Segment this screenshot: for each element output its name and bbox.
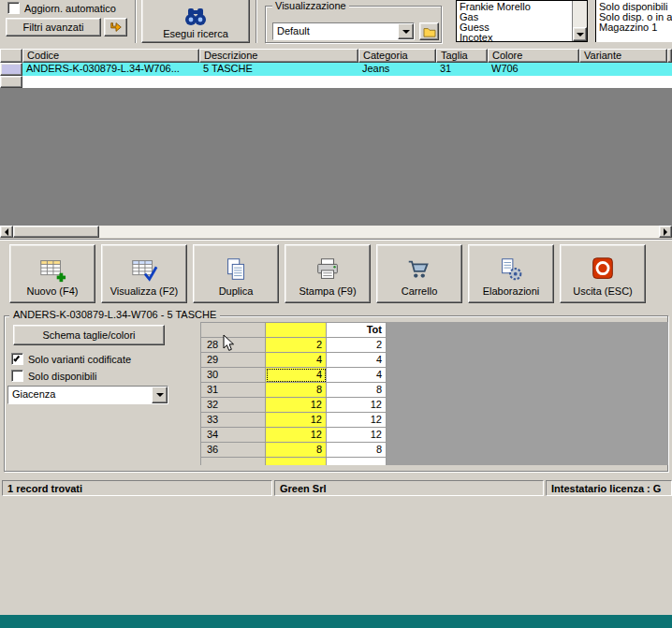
- size-row-header[interactable]: [201, 458, 266, 465]
- column-header-categoria[interactable]: Categoria: [358, 49, 436, 63]
- empty-row[interactable]: [22, 76, 672, 88]
- exit-button-label: Uscita (ESC): [573, 286, 633, 297]
- schema-button-label: Schema taglie/colori: [42, 329, 135, 341]
- scroll-down-button[interactable]: [573, 27, 587, 41]
- qty-cell[interactable]: 8: [266, 443, 327, 458]
- run-search-button[interactable]: Esegui ricerca: [141, 0, 250, 43]
- print-button[interactable]: Stampa (F9): [285, 244, 371, 303]
- grid-row: 29 4 4: [201, 353, 387, 368]
- result-row-selected[interactable]: ANDERS-K-030879-L.34-W706... 5 TASCHE Je…: [22, 63, 672, 76]
- grid-row: 33 12 12: [201, 413, 387, 428]
- list-item-brand[interactable]: Gas: [457, 12, 572, 22]
- list-item-option[interactable]: Solo disp. o in a: [596, 12, 672, 22]
- column-header-colore[interactable]: Colore: [488, 49, 579, 63]
- visualization-group-label: Visualizzazione: [272, 0, 349, 11]
- cell-taglia[interactable]: 31: [436, 63, 488, 76]
- only-coded-variants-checkbox[interactable]: Solo varianti codificate: [11, 353, 131, 365]
- tot-cell[interactable]: 8: [327, 443, 387, 458]
- scroll-left-button[interactable]: [0, 226, 13, 238]
- cell-categoria[interactable]: Jeans: [358, 63, 436, 76]
- apply-filter-button[interactable]: [104, 18, 127, 37]
- qty-cell[interactable]: 8: [266, 383, 327, 398]
- grid-row: 34 12 12: [201, 428, 387, 443]
- only-available-checkbox[interactable]: Solo disponibili: [11, 370, 96, 382]
- view-button[interactable]: Visualizza (F2): [101, 244, 187, 303]
- tot-cell[interactable]: 2: [327, 338, 387, 353]
- open-view-button[interactable]: [419, 22, 439, 40]
- list-item-option[interactable]: Magazzino 1: [596, 22, 672, 33]
- dropdown-arrow-button[interactable]: [398, 23, 414, 39]
- visualization-value: Default: [273, 23, 398, 39]
- advanced-filters-button[interactable]: Filtri avanzati: [6, 18, 101, 37]
- size-row-header[interactable]: 33: [201, 413, 266, 428]
- new-button[interactable]: Nuovo (F4): [9, 244, 95, 303]
- horizontal-scrollbar[interactable]: [0, 226, 672, 238]
- dropdown-arrow-button[interactable]: [152, 387, 168, 403]
- exit-button[interactable]: Uscita (ESC): [560, 244, 646, 303]
- orange-arrow-icon: [110, 21, 123, 34]
- chevron-left-icon: [5, 228, 8, 236]
- checkbox-box[interactable]: [11, 353, 23, 365]
- tot-cell[interactable]: 4: [327, 353, 387, 368]
- duplicate-button-label: Duplica: [219, 286, 254, 297]
- tot-cell[interactable]: [327, 458, 387, 465]
- qty-cell[interactable]: 2: [266, 338, 327, 353]
- cart-button[interactable]: Carrello: [376, 244, 462, 303]
- brand-list-scrollbar[interactable]: [572, 1, 587, 41]
- new-button-label: Nuovo (F4): [26, 286, 78, 297]
- tot-cell[interactable]: 12: [327, 413, 387, 428]
- column-header-codice[interactable]: Codice: [22, 49, 199, 63]
- scrollbar-thumb[interactable]: [13, 226, 99, 238]
- checkbox-box[interactable]: [11, 370, 23, 382]
- size-row-header[interactable]: 36: [201, 443, 266, 458]
- size-row-header[interactable]: 29: [201, 353, 266, 368]
- row-selector-cell[interactable]: [0, 63, 22, 76]
- stock-mode-select[interactable]: Giacenza: [7, 386, 168, 404]
- qty-cell[interactable]: 12: [266, 428, 327, 443]
- processing-button[interactable]: Elaborazioni: [468, 244, 554, 303]
- qty-cell[interactable]: 12: [266, 413, 327, 428]
- qty-cell[interactable]: 4: [266, 353, 327, 368]
- scroll-right-button[interactable]: [659, 226, 672, 238]
- stock-mode-value: Giacenza: [8, 387, 152, 403]
- brand-list[interactable]: Frankie Morello Gas Guess Incotex: [456, 0, 588, 42]
- auto-update-checkbox[interactable]: Aggiorn. automatico: [7, 2, 116, 14]
- visualization-select[interactable]: Default: [272, 22, 415, 40]
- exit-icon: [588, 256, 618, 284]
- cell-codice[interactable]: ANDERS-K-030879-L.34-W706...: [22, 63, 199, 76]
- list-item-brand[interactable]: Frankie Morello: [457, 2, 572, 12]
- qty-cell[interactable]: [266, 458, 327, 465]
- cell-variante[interactable]: [579, 63, 667, 76]
- gear-doc-icon: [496, 256, 526, 284]
- column-header-descrizione[interactable]: Descrizione: [199, 49, 358, 63]
- list-item-brand[interactable]: Guess: [457, 22, 572, 33]
- qty-cell-selected[interactable]: 4: [266, 368, 327, 383]
- duplicate-button[interactable]: Duplica: [193, 244, 279, 303]
- view-button-label: Visualizza (F2): [110, 286, 179, 297]
- cell-colore[interactable]: W706: [488, 63, 579, 76]
- schema-button[interactable]: Schema taglie/colori: [13, 325, 165, 345]
- qty-cell[interactable]: 12: [266, 398, 327, 413]
- list-item-option[interactable]: Solo disponibili: [596, 2, 672, 12]
- tot-cell[interactable]: 4: [327, 368, 387, 383]
- checkbox-box[interactable]: [7, 2, 20, 14]
- size-row-header[interactable]: 34: [201, 428, 266, 443]
- column-header-taglia[interactable]: Taglia: [436, 49, 488, 63]
- tot-cell[interactable]: 8: [327, 383, 387, 398]
- run-search-label: Esegui ricerca: [163, 28, 228, 39]
- column-header-variante[interactable]: Variante: [579, 49, 667, 63]
- size-row-header[interactable]: 31: [201, 383, 266, 398]
- detail-title: ANDERS-K-030879-L.34-W706 - 5 TASCHE: [9, 309, 220, 320]
- cell-descrizione[interactable]: 5 TASCHE: [199, 63, 358, 76]
- size-row-header[interactable]: 32: [201, 398, 266, 413]
- list-item-brand[interactable]: Incotex: [457, 33, 572, 41]
- row-selector-cell-empty[interactable]: [0, 76, 22, 88]
- availability-list[interactable]: Solo disponibili Solo disp. o in a Magaz…: [595, 0, 672, 42]
- tot-cell[interactable]: 12: [327, 398, 387, 413]
- tot-cell[interactable]: 12: [327, 428, 387, 443]
- size-row-header[interactable]: 30: [201, 368, 266, 383]
- grid-row: 31 8 8: [201, 383, 387, 398]
- table-check-icon: [129, 256, 159, 284]
- grid-row-partial: [201, 458, 387, 465]
- only-available-label: Solo disponibili: [28, 371, 96, 382]
